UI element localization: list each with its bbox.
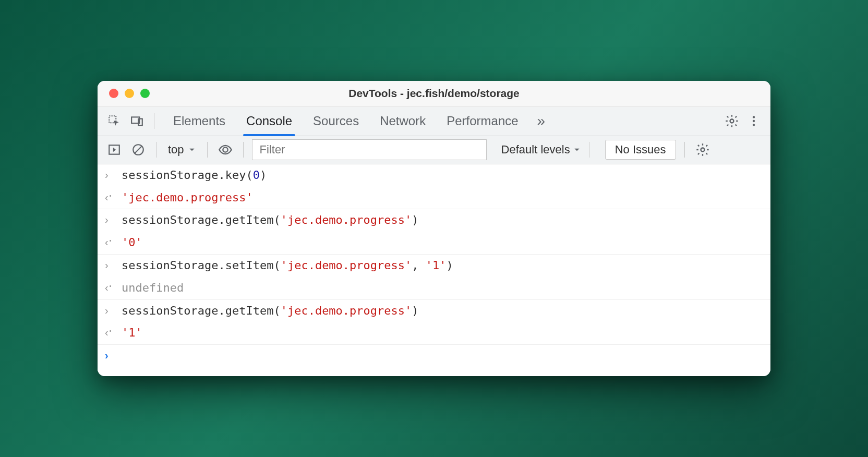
console-line-content: '0' bbox=[122, 235, 142, 251]
output-marker-icon: ‹• bbox=[105, 280, 115, 295]
console-toolbar: top Default levels No Issues bbox=[98, 136, 770, 164]
levels-label: Default levels bbox=[501, 143, 570, 157]
tab-performance[interactable]: Performance bbox=[447, 107, 518, 135]
console-output[interactable]: ›sessionStorage.key(0)‹•'jec.demo.progre… bbox=[98, 164, 770, 376]
devtools-window: DevTools - jec.fish/demo/storage Element… bbox=[98, 81, 770, 376]
input-marker-icon: › bbox=[105, 212, 115, 227]
console-line-content: sessionStorage.setItem('jec.demo.progres… bbox=[122, 258, 453, 274]
console-settings-icon[interactable] bbox=[693, 140, 712, 159]
console-row[interactable]: ›sessionStorage.getItem('jec.demo.progre… bbox=[98, 209, 770, 232]
issues-button[interactable]: No Issues bbox=[605, 140, 676, 160]
console-line-content: sessionStorage.getItem('jec.demo.progres… bbox=[122, 212, 419, 228]
console-line-content: '1' bbox=[122, 325, 142, 341]
output-marker-icon: ‹• bbox=[105, 235, 115, 249]
context-label: top bbox=[168, 143, 184, 157]
input-marker-icon: › bbox=[105, 167, 115, 182]
clear-console-icon[interactable] bbox=[129, 140, 148, 159]
console-row[interactable]: ‹•'0' bbox=[98, 232, 770, 255]
context-selector[interactable]: top bbox=[165, 143, 199, 157]
output-marker-icon: ‹• bbox=[105, 190, 115, 205]
svg-point-4 bbox=[753, 116, 755, 118]
titlebar: DevTools - jec.fish/demo/storage bbox=[98, 81, 770, 107]
input-marker-icon: › bbox=[105, 258, 115, 272]
close-window-button[interactable] bbox=[109, 89, 118, 98]
tab-console[interactable]: Console bbox=[246, 107, 292, 135]
filter-input[interactable] bbox=[252, 139, 487, 160]
svg-point-5 bbox=[753, 120, 755, 122]
maximize-window-button[interactable] bbox=[140, 89, 150, 98]
console-row[interactable]: › bbox=[98, 345, 770, 366]
console-line-content: sessionStorage.key(0) bbox=[122, 167, 267, 184]
console-row[interactable]: ‹•'jec.demo.progress' bbox=[98, 187, 770, 210]
divider bbox=[154, 113, 154, 129]
divider bbox=[589, 142, 589, 158]
window-title: DevTools - jec.fish/demo/storage bbox=[98, 87, 770, 100]
console-row[interactable]: ›sessionStorage.getItem('jec.demo.progre… bbox=[98, 300, 770, 322]
svg-point-3 bbox=[730, 119, 734, 123]
svg-point-11 bbox=[701, 148, 704, 152]
console-row[interactable]: ‹•'1' bbox=[98, 322, 770, 345]
chevron-down-icon bbox=[573, 146, 581, 153]
live-expression-icon[interactable] bbox=[216, 140, 235, 159]
divider bbox=[684, 142, 685, 158]
console-line-content: undefined bbox=[122, 280, 184, 296]
device-toolbar-icon[interactable] bbox=[128, 112, 147, 130]
minimize-window-button[interactable] bbox=[125, 89, 134, 98]
divider bbox=[207, 142, 208, 158]
tabs: Elements Console Sources Network Perform… bbox=[173, 107, 519, 135]
output-marker-icon: ‹• bbox=[105, 325, 115, 340]
console-row[interactable]: ‹•undefined bbox=[98, 277, 770, 300]
traffic-lights bbox=[98, 89, 150, 98]
tabbar: Elements Console Sources Network Perform… bbox=[98, 107, 770, 136]
tab-network[interactable]: Network bbox=[380, 107, 426, 135]
divider bbox=[243, 142, 244, 158]
console-row[interactable]: ›sessionStorage.key(0) bbox=[98, 164, 770, 187]
input-marker-icon: › bbox=[105, 303, 115, 318]
console-line-content: 'jec.demo.progress' bbox=[122, 190, 253, 206]
tab-elements[interactable]: Elements bbox=[173, 107, 225, 135]
inspect-element-icon[interactable] bbox=[105, 112, 124, 130]
prompt-marker-icon: › bbox=[105, 348, 115, 363]
settings-icon[interactable] bbox=[722, 112, 741, 130]
tabs-overflow-button[interactable]: » bbox=[537, 113, 546, 129]
svg-point-6 bbox=[753, 124, 755, 126]
log-levels-selector[interactable]: Default levels bbox=[501, 143, 581, 157]
console-row[interactable]: ›sessionStorage.setItem('jec.demo.progre… bbox=[98, 255, 770, 277]
svg-line-9 bbox=[135, 147, 142, 153]
more-menu-icon[interactable] bbox=[744, 112, 763, 130]
console-line-content: sessionStorage.getItem('jec.demo.progres… bbox=[122, 303, 419, 319]
svg-point-10 bbox=[223, 148, 227, 152]
divider bbox=[156, 142, 156, 158]
tab-sources[interactable]: Sources bbox=[313, 107, 359, 135]
chevron-down-icon bbox=[188, 146, 196, 153]
toggle-sidebar-icon[interactable] bbox=[105, 140, 124, 159]
